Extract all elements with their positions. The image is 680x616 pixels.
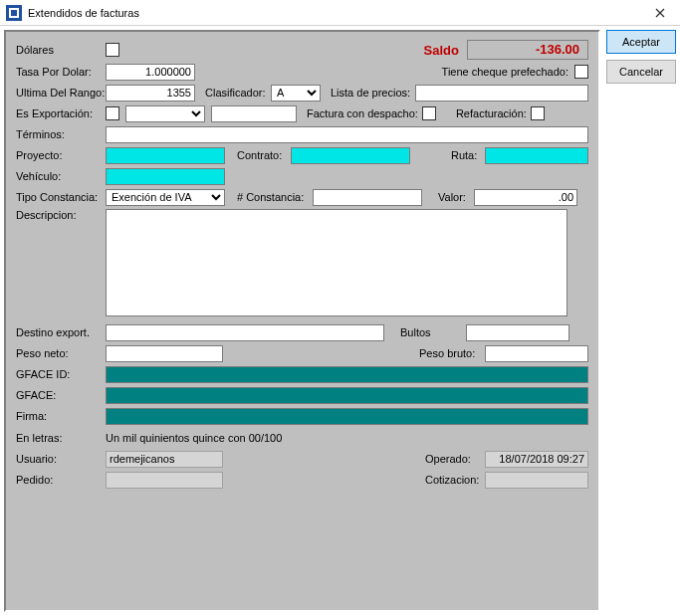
descripcion-field[interactable] xyxy=(106,209,567,316)
label-en-letras: En letras: xyxy=(16,432,106,444)
label-cotizacion: Cotizacion: xyxy=(425,474,485,486)
pedido-field xyxy=(106,472,223,489)
label-terminos: Términos: xyxy=(16,128,106,140)
label-pedido: Pedido: xyxy=(16,474,106,486)
saldo-value: -136.00 xyxy=(467,40,588,60)
label-peso-bruto: Peso bruto: xyxy=(419,347,485,359)
label-lista-precios: Lista de precios: xyxy=(331,87,415,99)
operado-field xyxy=(485,451,588,468)
gface-id-field[interactable] xyxy=(106,366,588,383)
cancel-button[interactable]: Cancelar xyxy=(606,60,676,84)
label-dolares: Dólares xyxy=(16,44,106,56)
action-buttons: Aceptar Cancelar xyxy=(606,30,676,612)
en-letras-value: Un mil quinientos quince con 00/100 xyxy=(106,432,282,444)
label-contrato: Contrato: xyxy=(237,149,291,161)
label-ultima-rango: Ultima Del Rango: xyxy=(16,87,106,99)
label-ruta: Ruta: xyxy=(451,149,485,161)
label-vehiculo: Vehículo: xyxy=(16,170,106,182)
tasa-field[interactable] xyxy=(106,64,195,81)
peso-bruto-field[interactable] xyxy=(485,345,588,362)
label-firma: Firma: xyxy=(16,410,106,422)
tipo-constancia-select[interactable]: Exención de IVA xyxy=(106,189,225,206)
factura-despacho-checkbox[interactable] xyxy=(422,106,436,120)
label-peso-neto: Peso neto: xyxy=(16,347,106,359)
titlebar: Extendidos de facturas xyxy=(0,0,680,26)
valor-field[interactable] xyxy=(474,189,577,206)
cotizacion-field xyxy=(485,472,588,489)
label-proyecto: Proyecto: xyxy=(16,149,106,161)
label-bultos: Bultos xyxy=(400,326,466,338)
app-icon xyxy=(6,5,22,21)
label-fact-despacho: Factura con despacho: xyxy=(307,107,418,119)
destino-field[interactable] xyxy=(106,324,384,341)
label-valor: Valor: xyxy=(438,191,474,203)
label-refacturacion: Refacturación: xyxy=(456,107,527,119)
window-title: Extendidos de facturas xyxy=(28,7,640,19)
accept-button[interactable]: Aceptar xyxy=(606,30,676,54)
close-button[interactable] xyxy=(640,0,680,26)
ruta-field[interactable] xyxy=(485,147,588,164)
usuario-field xyxy=(106,451,223,468)
label-operado: Operado: xyxy=(425,453,485,465)
label-usuario: Usuario: xyxy=(16,453,106,465)
refacturacion-checkbox[interactable] xyxy=(531,106,545,120)
label-clasificador: Clasificador: xyxy=(205,87,271,99)
peso-neto-field[interactable] xyxy=(106,345,223,362)
label-gface: GFACE: xyxy=(16,389,106,401)
bultos-field[interactable] xyxy=(466,324,569,341)
dolares-checkbox[interactable] xyxy=(106,43,119,57)
exportacion-checkbox[interactable] xyxy=(106,106,119,120)
exportacion-extra[interactable] xyxy=(211,105,297,122)
label-destino: Destino export. xyxy=(16,326,106,338)
label-tipo-const: Tipo Constancia: xyxy=(16,191,106,203)
svg-rect-1 xyxy=(11,10,17,16)
clasificador-select[interactable]: A xyxy=(271,85,321,102)
label-gface-id: GFACE ID: xyxy=(16,368,106,380)
lista-precios-field[interactable] xyxy=(415,85,588,102)
cheque-pref-checkbox[interactable] xyxy=(574,65,588,79)
terminos-field[interactable] xyxy=(106,126,588,143)
firma-field[interactable] xyxy=(106,408,588,425)
vehiculo-field[interactable] xyxy=(106,168,225,185)
exportacion-select[interactable] xyxy=(125,105,205,122)
gface-field[interactable] xyxy=(106,387,588,404)
num-constancia-field[interactable] xyxy=(313,189,422,206)
proyecto-field[interactable] xyxy=(106,147,225,164)
form-panel: Dólares Saldo -136.00 Tasa Por Dolar: Ti… xyxy=(4,30,600,612)
contrato-field[interactable] xyxy=(291,147,410,164)
label-num-const: # Constancia: xyxy=(237,191,313,203)
label-descripcion: Descripcion: xyxy=(16,209,106,221)
ultima-rango-field[interactable] xyxy=(106,85,195,102)
label-tasa: Tasa Por Dolar: xyxy=(16,66,106,78)
label-cheque-pref: Tiene cheque prefechado: xyxy=(442,66,568,78)
label-exportacion: Es Exportación: xyxy=(16,107,106,119)
label-saldo: Saldo xyxy=(424,43,459,58)
